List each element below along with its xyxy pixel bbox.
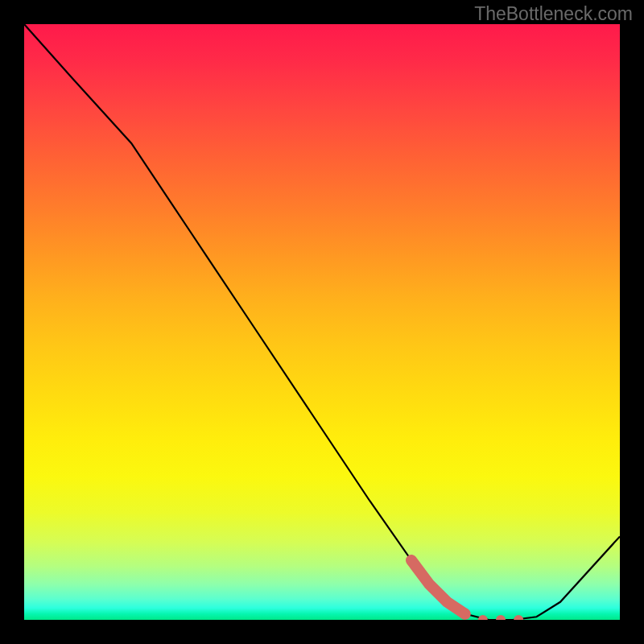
highlight-segment [411, 560, 523, 620]
chart-svg [24, 24, 620, 620]
svg-point-3 [514, 615, 523, 620]
svg-point-2 [496, 615, 506, 620]
svg-point-1 [478, 615, 488, 620]
svg-point-0 [460, 609, 471, 620]
watermark-text: TheBottleneck.com [474, 3, 633, 25]
plot-area [24, 24, 620, 620]
bottleneck-curve [24, 24, 620, 620]
